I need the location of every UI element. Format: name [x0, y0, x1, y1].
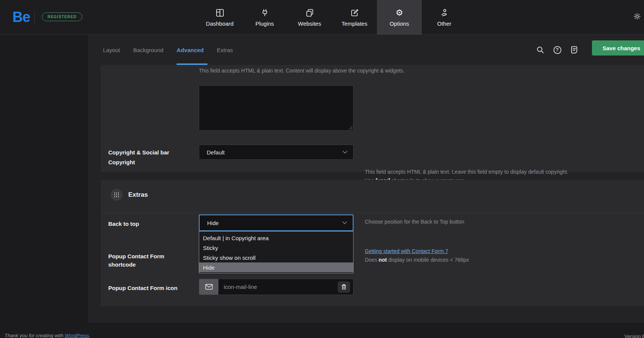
copyright-label: Copyright [108, 159, 135, 165]
extras-card: Extras Back to top Hide Choose position … [101, 180, 644, 306]
theme-brightness-icon[interactable]: ☼ [633, 11, 641, 22]
dropdown-option-hide[interactable]: Hide [199, 262, 353, 272]
options-subnav: Layout Background Advanced Extras ? Save… [89, 35, 644, 65]
plug-icon [260, 8, 269, 17]
back-to-top-dropdown: Default | in Copyright area Sticky Stick… [199, 231, 354, 273]
wordpress-link[interactable]: WordPress [65, 333, 89, 338]
nav-label: Websites [298, 20, 321, 27]
back-to-top-help: Choose position for the Back to Top butt… [365, 218, 464, 226]
gear-icon: ⚙ [395, 8, 404, 17]
nav-item-options[interactable]: ⚙ Options [377, 0, 422, 35]
nav-item-dashboard[interactable]: Dashboard [197, 0, 242, 35]
icon-name-input[interactable] [218, 279, 338, 295]
pages-stack-icon [305, 8, 314, 17]
copyright-before-help: This field accepts HTML & plain text. Co… [199, 68, 404, 74]
chevron-down-icon [342, 221, 347, 224]
mail-icon [199, 279, 218, 295]
dropdown-option-sticky-scroll[interactable]: Sticky show on scroll [199, 253, 353, 262]
nav-item-plugins[interactable]: Plugins [242, 0, 287, 35]
help-icon[interactable]: ? [553, 45, 562, 54]
trash-icon[interactable] [338, 281, 350, 293]
contact-form-7-link[interactable]: Getting started with Contact Form 7 [365, 248, 448, 254]
tab-layout[interactable]: Layout [103, 47, 120, 53]
nav-label: Templates [341, 20, 367, 27]
copyright-textarea[interactable] [199, 85, 354, 131]
nav-item-other[interactable]: Other [422, 0, 467, 35]
search-icon[interactable] [536, 45, 545, 54]
chevron-down-icon [343, 151, 347, 154]
copyright-textarea-wrap [199, 85, 354, 131]
tab-background[interactable]: Background [133, 47, 163, 53]
popup-contact-form-shortcode-label: Popup Contact Form shortcode [108, 252, 164, 269]
edit-page-icon [350, 8, 359, 17]
header-divider [34, 10, 35, 25]
nav-item-websites[interactable]: Websites [287, 0, 332, 35]
dropdown-option-default[interactable]: Default | in Copyright area [199, 233, 353, 243]
section-divider [101, 213, 644, 213]
save-changes-button[interactable]: Save changes [592, 40, 644, 56]
popup-contact-form-icon-field [199, 279, 354, 295]
betheme-options-page: Be REGISTERED Dashboard Plugins Website [0, 0, 644, 338]
grid-dots-icon [111, 189, 123, 201]
nav-label: Plugins [255, 20, 274, 27]
subnav-icons: ? [536, 35, 579, 65]
extras-section-title: Extras [128, 191, 148, 199]
popup-contact-form-shortcode-help: Getting started with Contact Form 7 Does… [365, 247, 469, 264]
dashboard-icon [215, 8, 224, 17]
nav-label: Dashboard [206, 20, 234, 27]
betheme-logo[interactable]: Be [12, 9, 30, 25]
nav-label: Other [437, 20, 452, 27]
left-sidebar [0, 35, 89, 323]
registered-badge: REGISTERED [42, 12, 82, 21]
top-header: Be REGISTERED Dashboard Plugins Website [0, 0, 644, 35]
back-to-top-label: Back to top [108, 221, 139, 227]
footer-version: Version 6 [624, 333, 644, 338]
back-to-top-select[interactable]: Hide [199, 215, 354, 231]
popup-contact-form-icon-label: Popup Contact Form icon [108, 285, 177, 291]
subnav-tabs: Layout Background Advanced Extras [103, 35, 233, 65]
tab-advanced[interactable]: Advanced [177, 47, 204, 53]
footer-thanks: Thank you for creating with WordPress. [5, 333, 91, 338]
support-hand-icon [440, 8, 449, 17]
copyright-social-bar-select[interactable]: Default [199, 145, 354, 160]
copyright-social-bar-label: Copyright & Social bar [108, 149, 169, 156]
nav-item-templates[interactable]: Templates [332, 0, 377, 35]
dropdown-option-sticky[interactable]: Sticky [199, 243, 353, 253]
changelog-icon[interactable] [570, 45, 579, 54]
advanced-settings-card: This field accepts HTML & plain text. Co… [101, 65, 644, 172]
admin-footer: Thank you for creating with WordPress. V… [0, 323, 644, 338]
tab-extras[interactable]: Extras [217, 47, 233, 53]
top-nav: Dashboard Plugins Websites Templates [197, 0, 467, 35]
nav-label: Options [390, 20, 409, 27]
